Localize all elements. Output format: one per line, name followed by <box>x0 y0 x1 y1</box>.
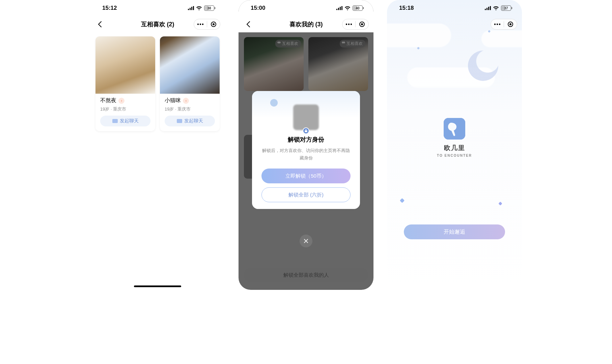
svg-point-4 <box>197 24 199 25</box>
battery-icon: 38 <box>204 5 214 11</box>
close-miniprogram-button[interactable] <box>356 19 368 29</box>
svg-point-23 <box>494 24 496 25</box>
start-chat-button[interactable]: 发起聊天 <box>165 116 215 126</box>
svg-rect-18 <box>305 130 307 132</box>
back-button[interactable] <box>243 19 253 29</box>
more-button[interactable] <box>342 19 355 29</box>
unlock-modal: 解锁对方身份 解锁后，对方喜欢你、访问你的主页将不再隐藏身份 立即解锁（50币）… <box>252 91 360 209</box>
chat-label: 发起聊天 <box>120 118 139 124</box>
user-card: 互相喜欢 <box>244 37 304 91</box>
more-button[interactable] <box>194 19 207 29</box>
wifi-icon <box>196 6 202 10</box>
user-photo <box>160 36 220 94</box>
user-card[interactable]: 小猫咪 ♀ 19岁 · 重庆市 发起聊天 <box>160 36 220 131</box>
chat-icon <box>177 119 182 123</box>
gender-female-icon: ♀ <box>183 98 189 104</box>
user-meta: 19岁 · 重庆市 <box>165 106 215 112</box>
chat-icon <box>112 119 118 123</box>
moon-icon <box>468 51 498 81</box>
user-card[interactable]: 不熬夜 ♀ 19岁 · 重庆市 发起聊天 <box>95 36 155 131</box>
status-bar: 15:00 40 <box>239 0 373 16</box>
svg-point-25 <box>499 24 500 25</box>
battery-icon: 40 <box>353 5 363 11</box>
unlock-all-label: 解锁全部 (六折) <box>288 192 324 198</box>
mini-program-actions <box>342 19 369 30</box>
app-subtitle: TO ENCOUNTER <box>437 154 472 157</box>
modal-desc: 解锁后，对方喜欢你、访问你的主页将不再隐藏身份 <box>261 147 351 162</box>
start-label: 开始邂逅 <box>444 229 465 236</box>
mini-program-actions <box>194 19 220 30</box>
svg-point-27 <box>509 23 511 25</box>
battery-icon: 37 <box>501 5 511 11</box>
unlock-all-bottom-label: 解锁全部喜欢我的人 <box>283 272 329 278</box>
lock-icon <box>303 127 309 134</box>
svg-point-17 <box>361 23 363 25</box>
unlock-all-button[interactable]: 解锁全部 (六折) <box>261 187 351 202</box>
locked-avatar <box>293 104 319 130</box>
start-chat-button[interactable]: 发起聊天 <box>100 116 150 126</box>
svg-rect-3 <box>193 6 194 10</box>
mutual-like-tag: 互相喜欢 <box>275 40 301 48</box>
screen-mutual-likes: 15:12 38 互相喜欢 (2) <box>90 0 225 290</box>
user-photo <box>95 36 155 94</box>
svg-rect-12 <box>341 6 342 10</box>
user-name: 小猫咪 <box>165 97 181 104</box>
svg-point-15 <box>351 24 352 25</box>
app-branding: 欧几里 TO ENCOUNTER <box>387 118 522 157</box>
svg-point-13 <box>346 24 347 25</box>
svg-rect-0 <box>188 9 189 10</box>
chat-label: 发起聊天 <box>184 118 203 124</box>
modal-title: 解锁对方身份 <box>252 135 360 144</box>
cellular-signal-icon <box>188 6 194 10</box>
app-name: 欧几里 <box>444 144 465 152</box>
unlock-now-label: 立即解锁（50币） <box>285 173 327 179</box>
svg-rect-2 <box>191 7 192 10</box>
svg-rect-10 <box>338 8 339 10</box>
card-grid: 不熬夜 ♀ 19岁 · 重庆市 发起聊天 小猫咪 ♀ 19岁 · 重庆市 <box>90 32 225 135</box>
svg-rect-9 <box>336 9 337 10</box>
svg-point-24 <box>497 24 498 25</box>
mini-program-actions <box>491 19 517 30</box>
close-miniprogram-button[interactable] <box>207 19 220 29</box>
status-bar: 15:12 38 <box>90 0 225 16</box>
more-button[interactable] <box>491 19 504 29</box>
screen-likes-me: 15:00 40 喜欢我的 (3) <box>239 0 373 290</box>
nav-bar: 互相喜欢 (2) <box>90 16 225 32</box>
nav-bar: 喜欢我的 (3) <box>239 16 373 32</box>
user-meta: 19岁 · 重庆市 <box>100 106 150 112</box>
user-name: 不熬夜 <box>100 97 116 104</box>
back-button[interactable] <box>95 19 105 29</box>
home-indicator[interactable] <box>134 285 181 287</box>
close-modal-button[interactable] <box>300 235 312 247</box>
status-time: 15:00 <box>251 5 265 11</box>
background-cards: 互相喜欢 互相喜欢 <box>244 37 368 91</box>
wifi-icon <box>344 6 351 10</box>
unlock-all-bottom-button[interactable]: 解锁全部喜欢我的人 <box>244 268 368 282</box>
screen-splash: 15:18 37 欧几里 <box>387 0 522 290</box>
status-time: 15:12 <box>102 5 117 11</box>
start-encounter-button[interactable]: 开始邂逅 <box>404 224 505 239</box>
unlock-now-button[interactable]: 立即解锁（50币） <box>261 169 351 183</box>
svg-point-6 <box>202 24 203 25</box>
app-logo-icon <box>444 118 465 140</box>
mutual-like-tag: 互相喜欢 <box>340 40 365 48</box>
svg-point-8 <box>213 23 215 25</box>
svg-rect-11 <box>340 7 341 10</box>
nav-bar <box>387 16 522 32</box>
svg-point-5 <box>200 24 201 25</box>
user-card: 互相喜欢 <box>308 37 368 91</box>
svg-rect-1 <box>190 8 191 10</box>
cellular-signal-icon <box>336 6 342 10</box>
close-miniprogram-button[interactable] <box>504 19 517 29</box>
gender-female-icon: ♀ <box>118 98 124 104</box>
svg-point-14 <box>348 24 350 25</box>
